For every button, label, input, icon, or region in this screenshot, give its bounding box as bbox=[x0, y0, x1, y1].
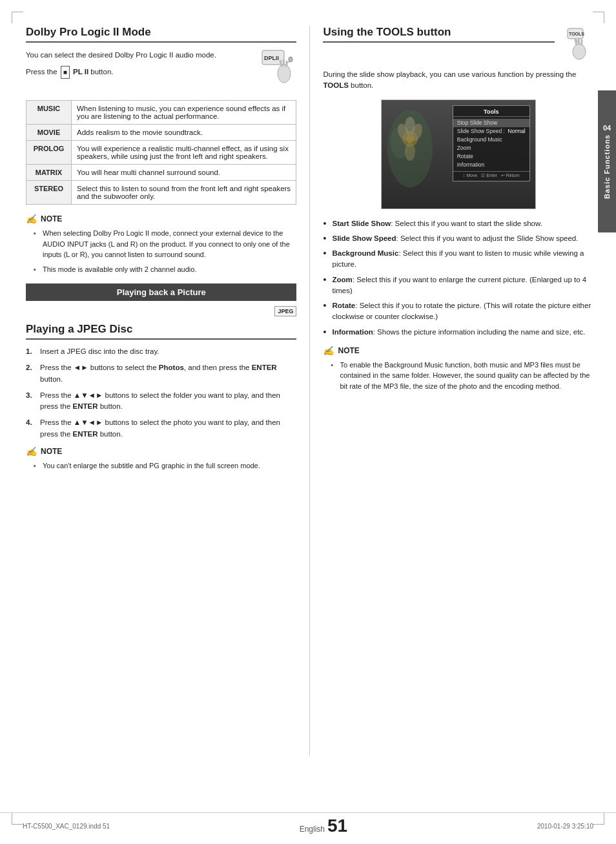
chapter-number: 04 bbox=[603, 124, 611, 132]
svg-point-11 bbox=[573, 44, 586, 59]
chapter-label: Basic Functions bbox=[603, 134, 611, 199]
note-list-2: You can't enlarge the subtitle and PG gr… bbox=[26, 460, 296, 471]
svg-text:TOOLS: TOOLS bbox=[569, 32, 584, 36]
left-column: Dolby Pro Logic II Mode DPLII bbox=[26, 26, 309, 756]
table-row: STEREOSelect this to listen to sound fro… bbox=[26, 181, 296, 205]
content-area: Dolby Pro Logic II Mode DPLII bbox=[0, 0, 616, 775]
page-language: English bbox=[300, 825, 325, 834]
corner-mark-tl bbox=[12, 12, 23, 23]
tools-panel-item: Background Music bbox=[453, 136, 529, 144]
tools-panel-items: Stop Slide ShowSlide Show Speed :NormalB… bbox=[453, 119, 529, 169]
dolby-table: MUSICWhen listening to music, you can ex… bbox=[26, 100, 296, 205]
list-item: 1.Insert a JPEG disc into the disc tray. bbox=[26, 346, 296, 357]
table-label: MUSIC bbox=[26, 101, 72, 125]
chapter-tab: 04 Basic Functions bbox=[598, 90, 616, 232]
list-item: 2.Press the ◄► buttons to select the Pho… bbox=[26, 362, 296, 385]
table-row: MUSICWhen listening to music, you can ex… bbox=[26, 101, 296, 125]
note-section-1: ✍ NOTE When selecting Dolby Pro Logic II… bbox=[26, 214, 296, 274]
table-row: MATRIXYou will hear multi channel surrou… bbox=[26, 165, 296, 181]
tools-bullets: Start Slide Show: Select this if you wan… bbox=[323, 218, 593, 338]
jpeg-icon: JPEG bbox=[274, 306, 296, 316]
tools-section-title: Using the TOOLS button bbox=[323, 26, 555, 43]
list-item: Start Slide Show: Select this if you wan… bbox=[323, 218, 593, 229]
tools-panel-item: Information bbox=[453, 161, 529, 169]
tools-panel-item: Slide Show Speed :Normal bbox=[453, 127, 529, 136]
note-list-1: When selecting Dolby Pro Logic II mode, … bbox=[26, 228, 296, 274]
page-number: 51 bbox=[327, 817, 347, 835]
list-item: Zoom: Select this if you want to enlarge… bbox=[323, 274, 593, 297]
footer-right: 2010-01-29 3:25:10 bbox=[537, 823, 593, 830]
note-title-right: ✍ NOTE bbox=[323, 345, 593, 356]
pl2-button-icon: ■ bbox=[61, 66, 70, 79]
list-item: Background Music: Select this if you wan… bbox=[323, 248, 593, 271]
dolby-intro: You can select the desired Dolby Pro Log… bbox=[26, 49, 296, 61]
tools-panel: Tools Stop Slide ShowSlide Show Speed :N… bbox=[453, 105, 530, 181]
list-item: This mode is available only with 2 chann… bbox=[34, 264, 296, 275]
svg-point-3 bbox=[289, 57, 293, 62]
page-number-block: English 51 bbox=[300, 817, 348, 835]
press-line: Press the ■ PL II button. bbox=[26, 66, 296, 79]
dolby-section-title: Dolby Pro Logic II Mode bbox=[26, 26, 296, 43]
table-row: MOVIEAdds realism to the movie soundtrac… bbox=[26, 125, 296, 141]
table-desc: Select this to listen to sound from the … bbox=[72, 181, 296, 205]
svg-text:DPLII: DPLII bbox=[264, 55, 279, 61]
note-icon-right: ✍ bbox=[323, 345, 334, 356]
svg-point-22 bbox=[405, 143, 415, 161]
tools-screenshot: Tools Stop Slide ShowSlide Show Speed :N… bbox=[381, 99, 536, 209]
tools-bg-image bbox=[384, 107, 436, 190]
note-section-2: ✍ NOTE You can't enlarge the subtitle an… bbox=[26, 446, 296, 471]
list-item: 3.Press the ▲▼◄► buttons to select the f… bbox=[26, 390, 296, 413]
pl2-button-label: PL II bbox=[73, 68, 88, 76]
plii-hand-icon: DPLII bbox=[261, 49, 296, 90]
footer-left: HT-C5500_XAC_0129.indd 51 bbox=[23, 823, 110, 830]
table-label: STEREO bbox=[26, 181, 72, 205]
list-item: Information: Shows the picture informati… bbox=[323, 327, 593, 338]
list-item: Rotate: Select this if you to rotate the… bbox=[323, 300, 593, 323]
tools-panel-item: Rotate bbox=[453, 152, 529, 161]
table-label: MATRIX bbox=[26, 165, 72, 181]
list-item: When selecting Dolby Pro Logic II mode, … bbox=[34, 228, 296, 260]
svg-point-4 bbox=[278, 65, 291, 83]
svg-line-13 bbox=[579, 39, 579, 44]
table-desc: You will experience a realistic multi-ch… bbox=[72, 141, 296, 165]
tools-remote-icon: TOOLS bbox=[561, 27, 593, 63]
svg-line-6 bbox=[283, 60, 284, 65]
note-icon-1: ✍ bbox=[26, 214, 37, 224]
tools-panel-item: Stop Slide Show bbox=[453, 119, 529, 127]
playing-back-banner: Playing back a Picture bbox=[26, 283, 296, 301]
list-item: To enable the Background Music function,… bbox=[331, 360, 593, 392]
table-row: PROLOGYou will experience a realistic mu… bbox=[26, 141, 296, 165]
page-wrapper: 04 Basic Functions Dolby Pro Logic II Mo… bbox=[0, 0, 616, 844]
right-column: Using the TOOLS button TOOLS bbox=[309, 26, 593, 756]
list-item: You can't enlarge the subtitle and PG gr… bbox=[34, 460, 296, 471]
note-list-right: To enable the Background Music function,… bbox=[323, 360, 593, 392]
corner-mark-tr bbox=[593, 12, 604, 23]
list-item: 4.Press the ▲▼◄► buttons to select the p… bbox=[26, 417, 296, 440]
note-icon-2: ✍ bbox=[26, 446, 37, 457]
note-section-right: ✍ NOTE To enable the Background Music fu… bbox=[323, 345, 593, 392]
table-label: MOVIE bbox=[26, 125, 72, 141]
table-label: PROLOG bbox=[26, 141, 72, 165]
page-footer: HT-C5500_XAC_0129.indd 51 English 51 201… bbox=[0, 812, 616, 835]
svg-point-21 bbox=[405, 117, 415, 135]
table-desc: You will hear multi channel surround sou… bbox=[72, 165, 296, 181]
tools-panel-title: Tools bbox=[453, 108, 529, 117]
tools-panel-item: Zoom bbox=[453, 144, 529, 152]
tools-panel-footer: ↕ Move ⊡ Enter ↩ Return bbox=[453, 171, 529, 178]
tools-intro-text: During the slide show playback, you can … bbox=[323, 69, 593, 92]
note-title-1: ✍ NOTE bbox=[26, 214, 296, 224]
list-item: Slide Show Speed: Select this if you wan… bbox=[323, 233, 593, 244]
svg-line-12 bbox=[575, 40, 577, 45]
table-desc: Adds realism to the movie soundtrack. bbox=[72, 125, 296, 141]
jpeg-section-title: Playing a JPEG Disc bbox=[26, 323, 296, 340]
svg-line-5 bbox=[280, 61, 282, 66]
note-title-2: ✍ NOTE bbox=[26, 446, 296, 457]
table-desc: When listening to music, you can experie… bbox=[72, 101, 296, 125]
jpeg-steps-list: 1.Insert a JPEG disc into the disc tray.… bbox=[26, 346, 296, 440]
